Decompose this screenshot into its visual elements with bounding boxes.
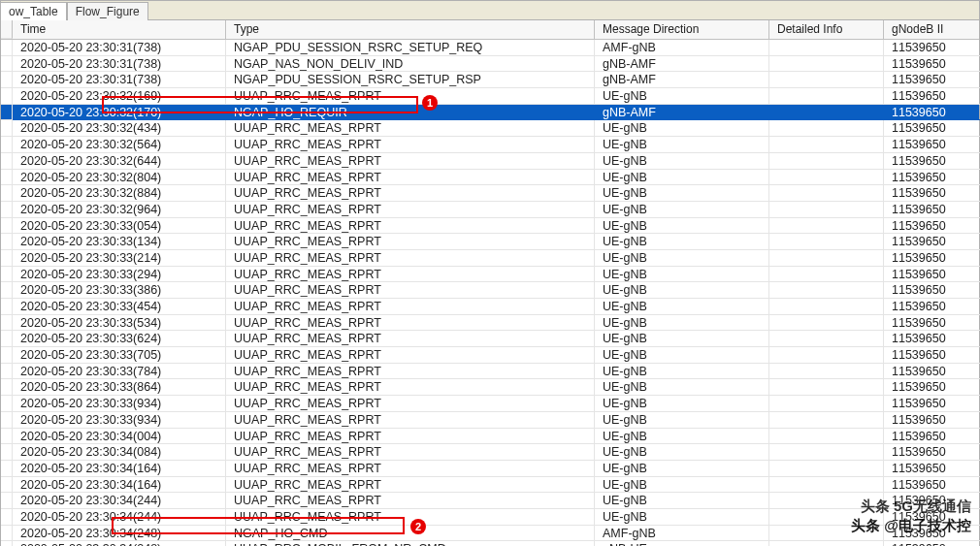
cell-type: UUAP_RRC_MEAS_RPRT	[226, 170, 595, 186]
cell-info	[769, 137, 884, 153]
table-row[interactable]: 2020-05-20 23:30:34(004)UUAP_RRC_MEAS_RP…	[1, 429, 979, 445]
col-header-gnodeb[interactable]: gNodeB II	[884, 20, 980, 39]
table-row[interactable]: 2020-05-20 23:30:34(244)UUAP_RRC_MEAS_RP…	[1, 509, 979, 526]
table-row[interactable]: 2020-05-20 23:30:33(534)UUAP_RRC_MEAS_RP…	[1, 315, 979, 332]
table-row[interactable]: 2020-05-20 23:30:31(738)NGAP_PDU_SESSION…	[1, 40, 979, 56]
table-row[interactable]: 2020-05-20 23:30:33(214)UUAP_RRC_MEAS_RP…	[1, 250, 979, 267]
tab-flow-table[interactable]: ow_Table	[1, 2, 67, 20]
row-gutter	[1, 509, 13, 526]
cell-gnodeb: 11539650	[884, 250, 980, 267]
table-row[interactable]: 2020-05-20 23:30:33(705)UUAP_RRC_MEAS_RP…	[1, 347, 979, 364]
cell-time: 2020-05-20 23:30:32(169)	[13, 88, 226, 105]
cell-direction: UE-gNB	[595, 267, 769, 283]
cell-gnodeb: 11539650	[884, 526, 980, 542]
cell-direction: UE-gNB	[595, 509, 769, 526]
cell-type: UUAP_RRC_MEAS_RPRT	[226, 315, 595, 332]
cell-time: 2020-05-20 23:30:34(164)	[13, 461, 226, 477]
table-row[interactable]: 2020-05-20 23:30:34(248)UUAP_RRC_MOBIL_F…	[1, 541, 979, 546]
cell-info	[769, 315, 884, 332]
col-header-direction[interactable]: Message Direction	[595, 20, 769, 39]
cell-type: NGAP_HO_CMD	[226, 526, 595, 542]
table-row[interactable]: 2020-05-20 23:30:33(054)UUAP_RRC_MEAS_RP…	[1, 218, 979, 235]
table-row[interactable]: 2020-05-20 23:30:33(784)UUAP_RRC_MEAS_RP…	[1, 364, 979, 380]
cell-type: UUAP_RRC_MEAS_RPRT	[226, 218, 595, 235]
cell-direction: UE-gNB	[595, 396, 769, 412]
table-row[interactable]: 2020-05-20 23:30:33(134)UUAP_RRC_MEAS_RP…	[1, 234, 979, 250]
cell-direction: UE-gNB	[595, 153, 769, 170]
cell-time: 2020-05-20 23:30:33(214)	[13, 250, 226, 267]
table-row[interactable]: 2020-05-20 23:30:32(169)UUAP_RRC_MEAS_RP…	[1, 88, 979, 105]
cell-type: NGAP_PDU_SESSION_RSRC_SETUP_RSP	[226, 72, 595, 88]
table-row[interactable]: 2020-05-20 23:30:33(454)UUAP_RRC_MEAS_RP…	[1, 299, 979, 315]
cell-time: 2020-05-20 23:30:32(644)	[13, 153, 226, 170]
cell-info	[769, 185, 884, 202]
table-row[interactable]: 2020-05-20 23:30:34(244)UUAP_RRC_MEAS_RP…	[1, 493, 979, 509]
cell-info	[769, 153, 884, 170]
tab-label: ow_Table	[9, 5, 58, 18]
table-row[interactable]: 2020-05-20 23:30:32(434)UUAP_RRC_MEAS_RP…	[1, 120, 979, 137]
cell-direction: UE-gNB	[595, 185, 769, 202]
row-gutter	[1, 170, 13, 186]
cell-type: UUAP_RRC_MEAS_RPRT	[226, 493, 595, 509]
cell-time: 2020-05-20 23:30:32(964)	[13, 202, 226, 218]
cell-info	[769, 56, 884, 73]
cell-info	[769, 40, 884, 56]
cell-info	[769, 526, 884, 542]
row-gutter	[1, 218, 13, 235]
col-header-type[interactable]: Type	[226, 20, 595, 39]
table-row[interactable]: 2020-05-20 23:30:32(964)UUAP_RRC_MEAS_RP…	[1, 202, 979, 218]
table-row[interactable]: 2020-05-20 23:30:34(084)UUAP_RRC_MEAS_RP…	[1, 444, 979, 461]
cell-type: UUAP_RRC_MEAS_RPRT	[226, 461, 595, 477]
cell-time: 2020-05-20 23:30:32(170)	[13, 105, 226, 121]
table-row[interactable]: 2020-05-20 23:30:33(386)UUAP_RRC_MEAS_RP…	[1, 282, 979, 299]
cell-gnodeb: 11539650	[884, 120, 980, 137]
cell-time: 2020-05-20 23:30:31(738)	[13, 56, 226, 73]
cell-time: 2020-05-20 23:30:33(386)	[13, 282, 226, 299]
table-row[interactable]: 2020-05-20 23:30:32(170)NGAP_HO_REQUIRgN…	[1, 105, 979, 121]
row-gutter	[1, 331, 13, 347]
cell-direction: UE-gNB	[595, 250, 769, 267]
cell-gnodeb: 11539650	[884, 493, 980, 509]
cell-time: 2020-05-20 23:30:32(564)	[13, 137, 226, 153]
table-row[interactable]: 2020-05-20 23:30:33(294)UUAP_RRC_MEAS_RP…	[1, 267, 979, 283]
row-gutter	[1, 56, 13, 73]
cell-type: UUAP_RRC_MEAS_RPRT	[226, 396, 595, 412]
table-row[interactable]: 2020-05-20 23:30:33(864)UUAP_RRC_MEAS_RP…	[1, 379, 979, 396]
row-gutter	[1, 347, 13, 364]
table-row[interactable]: 2020-05-20 23:30:33(934)UUAP_RRC_MEAS_RP…	[1, 396, 979, 412]
cell-gnodeb: 11539650	[884, 40, 980, 56]
cell-direction: UE-gNB	[595, 299, 769, 315]
table-row[interactable]: 2020-05-20 23:30:33(624)UUAP_RRC_MEAS_RP…	[1, 331, 979, 347]
cell-direction: UE-gNB	[595, 412, 769, 429]
cell-time: 2020-05-20 23:30:33(934)	[13, 396, 226, 412]
app-window: ow_Table Flow_Figure Time Type Message D…	[0, 0, 980, 546]
table-row[interactable]: 2020-05-20 23:30:33(934)UUAP_RRC_MEAS_RP…	[1, 412, 979, 429]
col-header-info[interactable]: Detailed Info	[769, 20, 884, 39]
table-row[interactable]: 2020-05-20 23:30:32(644)UUAP_RRC_MEAS_RP…	[1, 153, 979, 170]
table-row[interactable]: 2020-05-20 23:30:32(564)UUAP_RRC_MEAS_RP…	[1, 137, 979, 153]
cell-time: 2020-05-20 23:30:34(004)	[13, 429, 226, 445]
table-row[interactable]: 2020-05-20 23:30:34(164)UUAP_RRC_MEAS_RP…	[1, 461, 979, 477]
col-header-time[interactable]: Time	[13, 20, 226, 39]
table-row[interactable]: 2020-05-20 23:30:32(804)UUAP_RRC_MEAS_RP…	[1, 170, 979, 186]
cell-type: UUAP_RRC_MEAS_RPRT	[226, 202, 595, 218]
cell-info	[769, 412, 884, 429]
row-gutter	[1, 137, 13, 153]
table-row[interactable]: 2020-05-20 23:30:31(738)NGAP_PDU_SESSION…	[1, 72, 979, 88]
table-row[interactable]: 2020-05-20 23:30:32(884)UUAP_RRC_MEAS_RP…	[1, 185, 979, 202]
cell-direction: UE-gNB	[595, 88, 769, 105]
cell-direction: UE-gNB	[595, 477, 769, 494]
cell-direction: AMF-gNB	[595, 526, 769, 542]
table-row[interactable]: 2020-05-20 23:30:31(738)NGAP_NAS_NON_DEL…	[1, 56, 979, 73]
cell-gnodeb: 11539650	[884, 412, 980, 429]
table-row[interactable]: 2020-05-20 23:30:34(248)NGAP_HO_CMDAMF-g…	[1, 526, 979, 542]
cell-type: UUAP_RRC_MEAS_RPRT	[226, 364, 595, 380]
row-gutter	[1, 477, 13, 494]
cell-gnodeb: 11539650	[884, 218, 980, 235]
tab-flow-figure[interactable]: Flow_Figure	[67, 2, 148, 20]
row-gutter	[1, 396, 13, 412]
table-row[interactable]: 2020-05-20 23:30:34(164)UUAP_RRC_MEAS_RP…	[1, 477, 979, 494]
cell-time: 2020-05-20 23:30:31(738)	[13, 72, 226, 88]
cell-type: UUAP_RRC_MEAS_RPRT	[226, 267, 595, 283]
cell-info	[769, 509, 884, 526]
